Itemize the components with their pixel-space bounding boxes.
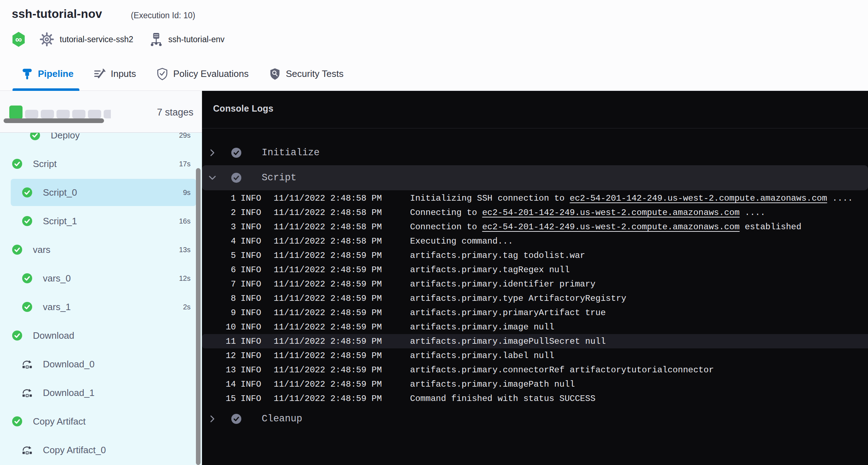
- log-message: artifacts.primary.imagePath null: [410, 380, 575, 389]
- log-host-link[interactable]: ec2-54-201-142-249.us-west-2.compute.ama…: [482, 222, 740, 232]
- log-timestamp: 11/11/2022 2:48:59 PM: [274, 337, 382, 346]
- log-text: Executing command...: [410, 236, 513, 246]
- stage-label: vars_1: [43, 302, 71, 313]
- chevron-right-icon: [208, 414, 217, 424]
- sidebar-vertical-scrollbar[interactable]: [196, 168, 201, 465]
- log-line: 5 INFO 11/11/2022 2:48:59 PM artifacts.p…: [202, 248, 868, 263]
- log-text: artifacts.primary.tag todolist.war: [410, 251, 585, 260]
- log-host-link[interactable]: ec2-54-201-142-249.us-west-2.compute.ama…: [482, 208, 740, 217]
- section-label: Cleanup: [262, 413, 302, 424]
- tab-list: Pipeline Inputs: [21, 57, 344, 90]
- stage-progress-bar: [9, 106, 111, 120]
- log-section-cleanup[interactable]: Cleanup: [202, 406, 868, 431]
- stage-label: Script_1: [43, 216, 77, 227]
- tab[interactable]: Security Tests: [269, 68, 344, 80]
- stage-row[interactable]: vars 13s: [0, 235, 202, 264]
- stage-row[interactable]: Script_0 9s: [0, 178, 202, 207]
- log-section-initialize[interactable]: Initialize: [202, 140, 868, 165]
- log-line: 1 INFO 11/11/2022 2:48:58 PM Initializin…: [202, 191, 868, 205]
- log-line-number: 3: [202, 222, 236, 232]
- log-text-suffix: ....: [740, 208, 765, 217]
- stage-row[interactable]: Download: [0, 321, 202, 350]
- tab-label: Security Tests: [286, 68, 344, 79]
- log-line: 6 INFO 11/11/2022 2:48:59 PM artifacts.p…: [202, 263, 868, 277]
- log-text: artifacts.primary.image null: [410, 322, 554, 332]
- stage-row[interactable]: Script_1 16s: [0, 207, 202, 235]
- log-message: artifacts.primary.connectorRef artifacto…: [410, 365, 714, 375]
- console-logs-panel: Console Logs Initialize: [202, 91, 868, 465]
- stage-graph-horizontal-scrollbar[interactable]: [4, 118, 104, 123]
- log-text-suffix: established: [740, 222, 802, 232]
- stage-row[interactable]: vars_0 12s: [0, 264, 202, 293]
- stage-label: Download_1: [43, 387, 95, 398]
- stage-sidebar: 7 stages Deploy 29s: [0, 91, 202, 465]
- log-line: 15 INFO 11/11/2022 2:48:59 PM Command fi…: [202, 391, 868, 406]
- tab[interactable]: Inputs: [94, 68, 136, 80]
- log-timestamp: 11/11/2022 2:48:59 PM: [274, 294, 382, 303]
- log-level: INFO: [241, 351, 261, 361]
- tab[interactable]: Pipeline: [21, 68, 74, 80]
- chevron-right-icon: [208, 148, 217, 157]
- log-message: artifacts.primary.identifier primary: [410, 279, 595, 289]
- log-line: 2 INFO 11/11/2022 2:48:58 PM Connecting …: [202, 205, 868, 220]
- log-message: artifacts.primary.type ArtifactoryRegist…: [410, 294, 626, 303]
- stage-label: vars: [33, 244, 50, 255]
- stage-row[interactable]: Script 17s: [0, 150, 202, 178]
- service-name[interactable]: tutorial-service-ssh2: [60, 35, 133, 44]
- stage-row[interactable]: vars_1 2s: [0, 293, 202, 321]
- log-timestamp: 11/11/2022 2:48:59 PM: [274, 394, 382, 403]
- stage-label: vars_0: [43, 273, 71, 284]
- console-logs-title: Console Logs: [213, 103, 273, 114]
- tab[interactable]: Policy Evaluations: [156, 68, 249, 80]
- log-line-number: 5: [202, 251, 236, 260]
- log-line-number: 2: [202, 208, 236, 217]
- log-text: artifacts.primary.tagRegex null: [410, 265, 569, 275]
- log-message: artifacts.primary.tagRegex null: [410, 265, 569, 275]
- log-message: artifacts.primary.image null: [410, 322, 554, 332]
- log-line-number: 10: [202, 322, 236, 332]
- environment-icon: [150, 32, 163, 47]
- environment-name[interactable]: ssh-tutorial-env: [168, 35, 225, 44]
- stage-row[interactable]: Copy Artifact: [0, 407, 202, 436]
- stage-success-icon: [12, 159, 22, 169]
- stage-success-icon: [22, 187, 32, 197]
- log-timestamp: 11/11/2022 2:48:59 PM: [274, 265, 382, 275]
- stage-label: Download_0: [43, 359, 95, 370]
- log-line: 12 INFO 11/11/2022 2:48:59 PM artifacts.…: [202, 348, 868, 363]
- stage-success-icon: [12, 331, 22, 341]
- log-timestamp: 11/11/2022 2:48:58 PM: [274, 194, 382, 203]
- log-timestamp: 11/11/2022 2:48:59 PM: [274, 251, 382, 260]
- stage-list-viewport: Deploy 29s Script 17s: [0, 133, 202, 465]
- log-text: Connecting to: [410, 208, 482, 217]
- stage-label: Script: [33, 158, 56, 170]
- log-line-number: 11: [202, 337, 236, 346]
- stage-row[interactable]: Download_1: [0, 378, 202, 407]
- inputs-icon: [94, 68, 106, 80]
- log-message: Connecting to ec2-54-201-142-249.us-west…: [410, 208, 765, 217]
- log-message: Command finished with status SUCCESS: [410, 394, 595, 403]
- stage-row[interactable]: Deploy 29s: [0, 133, 202, 150]
- log-level: INFO: [241, 394, 261, 403]
- stage-command-icon: [22, 359, 32, 369]
- log-text-suffix: ....: [827, 194, 853, 203]
- log-line: 8 INFO 11/11/2022 2:48:59 PM artifacts.p…: [202, 291, 868, 305]
- log-line-number: 9: [202, 308, 236, 318]
- log-text: Initializing SSH connection to: [410, 194, 569, 203]
- log-line-number: 12: [202, 351, 236, 361]
- stage-row[interactable]: Copy Artifact_0: [0, 436, 202, 464]
- stage-duration: 13s: [179, 246, 191, 254]
- stage-duration: 29s: [179, 133, 191, 140]
- stage-success-icon: [22, 273, 32, 283]
- log-level: INFO: [241, 365, 261, 375]
- stage-row[interactable]: Download_0: [0, 350, 202, 378]
- execution-id-label: (Execution Id: 10): [131, 11, 195, 20]
- log-host-link[interactable]: ec2-54-201-142-249.us-west-2.compute.ama…: [570, 194, 827, 203]
- stage-duration: 9s: [183, 189, 191, 197]
- progress-segment: [104, 110, 111, 118]
- log-level: INFO: [241, 294, 261, 303]
- chevron-down-icon: [208, 173, 217, 182]
- stage-success-icon: [22, 302, 32, 312]
- log-message: Initializing SSH connection to ec2-54-20…: [410, 194, 853, 203]
- progress-segment: [25, 110, 38, 118]
- log-section-script[interactable]: Script: [202, 165, 868, 190]
